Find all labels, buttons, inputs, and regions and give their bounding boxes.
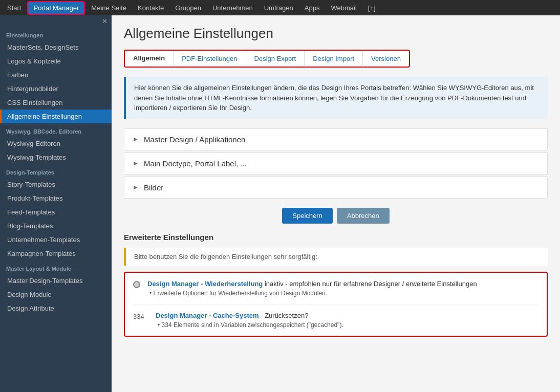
advanced-content-cache: Design Manager - Cache-System - Zurückse… [156, 312, 539, 329]
nav-umfragen[interactable]: Umfragen [259, 2, 298, 14]
advanced-content-wiederherstellung: Design Manager - Wiederherstellung inakt… [147, 280, 539, 297]
top-navigation: Start Portal Manager Meine Seite Kontakt… [0, 0, 560, 15]
advanced-title-cache: Design Manager - Cache-System - Zurückse… [156, 312, 539, 319]
cancel-button[interactable]: Abbrechen [337, 208, 390, 224]
accordion-master-design: ► Master Design / Applikationen [124, 128, 548, 150]
accordion-header-master-design[interactable]: ► Master Design / Applikationen [124, 129, 547, 150]
advanced-row-wiederherstellung: Design Manager - Wiederherstellung inakt… [133, 280, 539, 304]
info-box: Hier können Sie die allgemeinen Einstell… [124, 77, 548, 119]
sidebar-item-unternehmen-templates[interactable]: Unternehmen-Templates [0, 233, 112, 247]
nav-portal-manager[interactable]: Portal Manager [27, 1, 85, 15]
advanced-desc-wiederherstellung: inaktiv - empfohlen nur für erfahrene De… [263, 280, 477, 288]
chevron-right-icon-3: ► [133, 184, 139, 191]
sidebar-item-allgemeine-einstellungen[interactable]: Allgemeine Einstellungen [0, 110, 112, 123]
tab-bar: Allgemein PDF-Einstellungen Design Expor… [124, 50, 410, 68]
sidebar-section-einstellungen: Einstellungen [0, 27, 112, 40]
sidebar-item-kampagnen-templates[interactable]: Kampagnen-Templates [0, 247, 112, 260]
radio-wiederherstellung[interactable] [133, 281, 140, 288]
advanced-desc-cache: - Zurücksetzen? [259, 312, 309, 319]
tab-allgemein[interactable]: Allgemein [125, 51, 174, 67]
nav-gruppen[interactable]: Gruppen [170, 2, 206, 14]
advanced-card: Design Manager - Wiederherstellung inakt… [124, 272, 548, 337]
advanced-link-wiederherstellung[interactable]: Design Manager - Wiederherstellung [147, 280, 263, 288]
nav-plus[interactable]: [+] [363, 2, 381, 14]
advanced-warning-box: Bitte benutzen Sie die folgenden Einstel… [124, 248, 548, 266]
sidebar-item-design-attribute[interactable]: Design Attribute [0, 301, 112, 315]
nav-kontakte[interactable]: Kontakte [133, 2, 169, 14]
tab-design-export[interactable]: Design Export [246, 51, 305, 66]
sidebar-section-master-layout: Master Layout & Module [0, 260, 112, 274]
sidebar-item-farben[interactable]: Farben [0, 68, 112, 82]
accordion-header-main-doctype[interactable]: ► Main Doctype, Portal Label, ... [124, 153, 547, 174]
sidebar-item-wysiwyg-editoren[interactable]: Wysiwyg-Editoren [0, 137, 112, 150]
sidebar-item-blog-templates[interactable]: Blog-Templates [0, 219, 112, 233]
advanced-cache-number: 334 [133, 313, 148, 320]
sidebar-item-feed-templates[interactable]: Feed-Templates [0, 205, 112, 219]
advanced-sub-wiederherstellung: Erweiterte Optionen für Wiederherstellun… [147, 290, 539, 297]
page-title: Allgemeine Einstellungen [124, 26, 548, 41]
sidebar-item-design-module[interactable]: Design Module [0, 288, 112, 301]
chevron-right-icon-2: ► [133, 160, 139, 167]
sidebar-item-produkt-templates[interactable]: Produkt-Templates [0, 191, 112, 205]
sidebar-item-css[interactable]: CSS Einstellungen [0, 96, 112, 110]
advanced-row-cache: 334 Design Manager - Cache-System - Zurü… [133, 312, 539, 329]
nav-meine-seite[interactable]: Meine Seite [86, 2, 132, 14]
nav-unternehmen[interactable]: Unternehmen [207, 2, 258, 14]
sidebar-item-mastersets[interactable]: MasterSets, DesignSets [0, 40, 112, 54]
main-content: Allgemeine Einstellungen Allgemein PDF-E… [112, 15, 560, 392]
sidebar-item-wysiwyg-templates[interactable]: Wysiwyg-Templates [0, 150, 112, 164]
sidebar-item-master-design-templates[interactable]: Master Design-Templates [0, 274, 112, 288]
advanced-link-cache[interactable]: Design Manager - Cache-System [156, 312, 259, 319]
chevron-right-icon: ► [133, 136, 139, 143]
nav-webmail[interactable]: Webmail [326, 2, 361, 14]
sidebar-item-logos[interactable]: Logos & Kopfzeile [0, 54, 112, 68]
sidebar-close-button[interactable]: ✕ [0, 15, 112, 27]
sidebar-section-design-templates: Design-Templates [0, 164, 112, 178]
tab-versionen[interactable]: Versionen [363, 51, 409, 66]
nav-apps[interactable]: Apps [299, 2, 325, 14]
sidebar-item-hintergrundbilder[interactable]: Hintergrundbilder [0, 82, 112, 96]
accordion-label-master-design: Master Design / Applikationen [144, 135, 245, 144]
save-button[interactable]: Speichern [282, 208, 333, 224]
action-buttons: Speichern Abbrechen [124, 208, 548, 224]
advanced-sub-cache: 334 Elemente sind in Variablen zwischeng… [156, 321, 539, 329]
advanced-title-wiederherstellung: Design Manager - Wiederherstellung inakt… [147, 280, 539, 288]
tab-pdf-einstellungen[interactable]: PDF-Einstellungen [174, 51, 246, 66]
accordion-main-doctype: ► Main Doctype, Portal Label, ... [124, 153, 548, 175]
sidebar-section-wysiwyg: Wysiwyg, BBCode, Editoren [0, 123, 112, 137]
advanced-settings-title: Erweiterte Einstellungen [124, 233, 548, 242]
nav-start[interactable]: Start [2, 2, 26, 14]
accordion-label-main-doctype: Main Doctype, Portal Label, ... [144, 159, 247, 168]
accordion-label-bilder: Bilder [144, 183, 163, 192]
tab-design-import[interactable]: Design Import [305, 51, 363, 66]
accordion-bilder: ► Bilder [124, 177, 548, 199]
accordion-header-bilder[interactable]: ► Bilder [124, 177, 547, 198]
advanced-settings-section: Erweiterte Einstellungen Bitte benutzen … [124, 233, 548, 337]
sidebar: ✕ Einstellungen MasterSets, DesignSets L… [0, 15, 112, 392]
sidebar-item-story-templates[interactable]: Story-Templates [0, 178, 112, 191]
